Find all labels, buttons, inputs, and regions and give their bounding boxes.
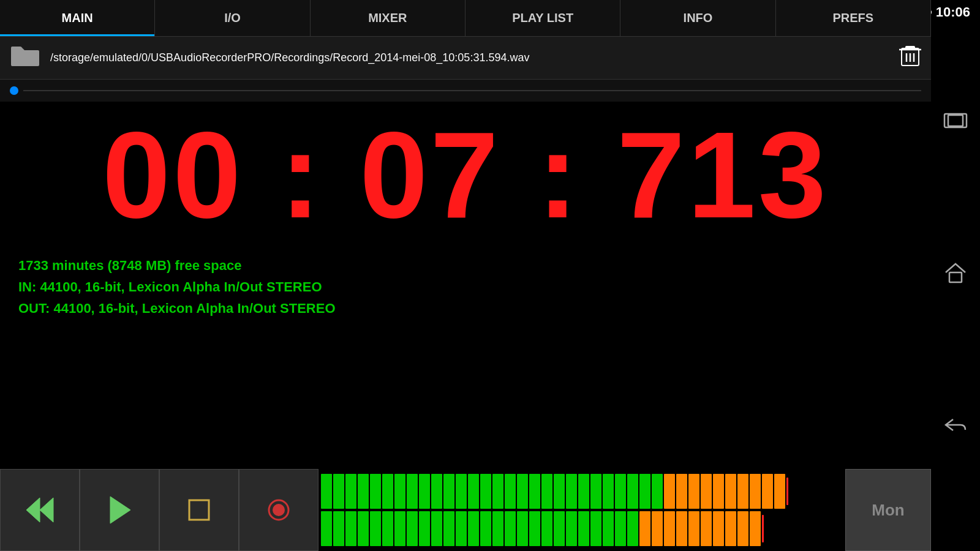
bottom-bar: Mon (0, 469, 931, 551)
record-button[interactable] (239, 469, 318, 551)
play-button[interactable] (80, 469, 159, 551)
screen-icon[interactable] (943, 113, 968, 135)
file-path-area: /storage/emulated/0/USBAudioRecorderPRO/… (0, 37, 931, 80)
info-line-3: OUT: 44100, 16-bit, Lexicon Alpha In/Out… (18, 298, 913, 319)
main-content: MAIN I/O MIXER PLAY LIST INFO PREFS /sto… (0, 0, 931, 551)
svg-rect-12 (189, 500, 209, 520)
vu-meter (318, 469, 845, 551)
fast-rewind-button[interactable] (0, 469, 80, 551)
home-icon[interactable] (944, 263, 967, 288)
svg-rect-2 (949, 272, 962, 282)
tab-mixer[interactable]: MIXER (311, 0, 466, 36)
tab-io[interactable]: I/O (155, 0, 310, 36)
timer-display: 00 : 07 : 713 (0, 102, 931, 249)
progress-area (0, 80, 931, 102)
svg-rect-1 (948, 115, 963, 126)
info-text: 1733 minutes (8748 MB) free space IN: 44… (0, 249, 931, 326)
transport-buttons (0, 469, 318, 551)
status-time: 10:06 (936, 4, 970, 20)
tab-prefs[interactable]: PREFS (776, 0, 931, 36)
file-path-text: /storage/emulated/0/USBAudioRecorderPRO/… (50, 50, 889, 66)
progress-bar-track[interactable] (23, 90, 921, 91)
tab-info[interactable]: INFO (620, 0, 775, 36)
tab-playlist[interactable]: PLAY LIST (466, 0, 620, 36)
info-line-1: 1733 minutes (8748 MB) free space (18, 255, 913, 276)
back-icon[interactable] (943, 416, 968, 438)
svg-marker-10 (40, 498, 53, 522)
svg-marker-9 (26, 498, 40, 522)
vu-row-bottom (321, 511, 843, 546)
timer-text: 00 : 07 : 713 (102, 114, 829, 236)
folder-icon[interactable] (10, 43, 40, 73)
vu-row-top (321, 474, 843, 509)
tab-bar: MAIN I/O MIXER PLAY LIST INFO PREFS (0, 0, 931, 37)
mon-button[interactable]: Mon (845, 469, 931, 551)
stop-button[interactable] (159, 469, 239, 551)
delete-icon[interactable] (899, 43, 921, 73)
svg-marker-11 (110, 497, 130, 523)
progress-dot (10, 86, 18, 95)
info-line-2: IN: 44100, 16-bit, Lexicon Alpha In/Out … (18, 276, 913, 298)
mon-label: Mon (872, 501, 904, 520)
right-nav (931, 24, 980, 527)
tab-main[interactable]: MAIN (0, 0, 155, 36)
svg-point-14 (273, 504, 285, 516)
